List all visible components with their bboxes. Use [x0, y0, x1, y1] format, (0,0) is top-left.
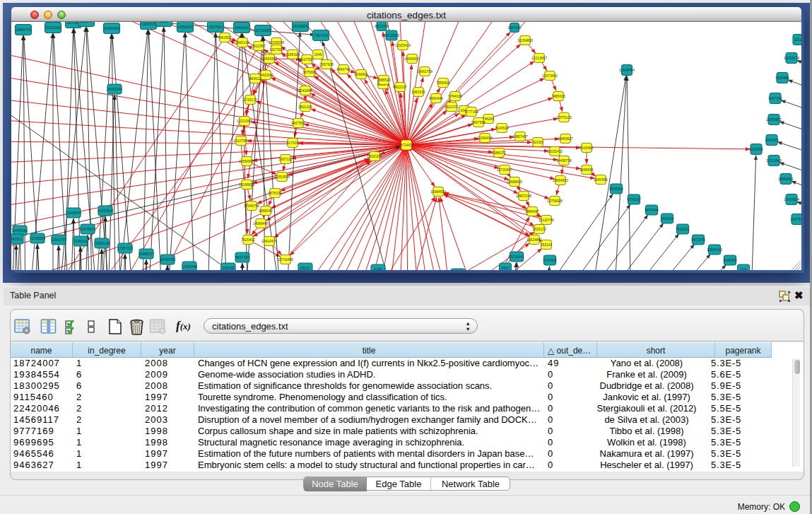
- svg-text:9777169: 9777169: [464, 110, 478, 114]
- svg-text:62160: 62160: [533, 140, 543, 144]
- svg-text:16648784: 16648784: [619, 68, 635, 72]
- svg-text:1588520: 1588520: [377, 78, 391, 82]
- svg-text:18724007: 18724007: [399, 143, 414, 147]
- svg-text:16961758: 16961758: [417, 69, 433, 74]
- svg-text:7625402: 7625402: [241, 238, 255, 242]
- svg-text:19654923: 19654923: [553, 178, 568, 182]
- svg-text:12325419: 12325419: [395, 43, 411, 47]
- svg-text:2718170: 2718170: [243, 98, 257, 102]
- svg-text:109238: 109238: [223, 266, 235, 270]
- svg-text:391521: 391521: [11, 237, 23, 241]
- svg-text:8242848: 8242848: [298, 88, 312, 93]
- svg-text:14495758: 14495758: [556, 158, 572, 163]
- svg-text:6497568: 6497568: [471, 120, 486, 124]
- svg-text:16154808: 16154808: [517, 38, 533, 42]
- svg-text:817006: 817006: [287, 141, 299, 145]
- svg-text:1244415: 1244415: [765, 138, 779, 142]
- svg-text:17016504: 17016504: [784, 197, 799, 201]
- svg-text:9474444: 9474444: [645, 208, 659, 212]
- svg-text:9127505: 9127505: [300, 57, 314, 62]
- svg-text:1903513: 1903513: [141, 22, 155, 26]
- svg-text:21364436: 21364436: [477, 136, 493, 140]
- svg-text:10653267: 10653267: [177, 25, 193, 29]
- svg-text:8938914: 8938914: [609, 187, 623, 191]
- svg-text:13524851: 13524851: [526, 238, 542, 242]
- svg-text:7485003: 7485003: [551, 94, 565, 98]
- svg-text:14435061: 14435061: [12, 228, 28, 233]
- svg-text:7986372: 7986372: [492, 151, 506, 155]
- svg-text:1362615: 1362615: [411, 90, 425, 94]
- svg-text:1527602: 1527602: [208, 25, 223, 29]
- svg-text:15751074: 15751074: [784, 56, 799, 60]
- svg-text:10025433: 10025433: [547, 149, 563, 153]
- svg-text:252214: 252214: [541, 243, 553, 247]
- svg-text:9660128: 9660128: [235, 40, 249, 45]
- svg-text:9227342: 9227342: [768, 96, 782, 100]
- svg-text:20691406: 20691406: [104, 26, 119, 30]
- svg-text:1621072: 1621072: [445, 105, 459, 109]
- svg-text:16914479: 16914479: [261, 239, 277, 243]
- svg-text:14055721: 14055721: [16, 28, 31, 32]
- svg-text:983612: 983612: [249, 76, 261, 81]
- svg-text:15716485: 15716485: [278, 257, 293, 262]
- svg-text:1207534: 1207534: [790, 217, 801, 221]
- svg-text:3186328: 3186328: [286, 52, 300, 57]
- svg-text:9245052: 9245052: [723, 258, 737, 262]
- svg-text:8454749: 8454749: [336, 67, 351, 71]
- svg-text:16640910: 16640910: [404, 57, 420, 61]
- svg-text:2367608: 2367608: [319, 62, 334, 66]
- svg-text:19166825: 19166825: [239, 182, 254, 187]
- svg-text:12156829: 12156829: [30, 236, 45, 240]
- svg-text:10807487: 10807487: [512, 134, 528, 139]
- svg-text:6466160: 6466160: [235, 25, 249, 30]
- svg-text:16231416: 16231416: [45, 25, 61, 30]
- svg-text:10654122: 10654122: [707, 247, 722, 252]
- svg-text:12975125: 12975125: [556, 115, 572, 119]
- svg-text:18807249: 18807249: [516, 194, 531, 198]
- svg-text:8990448: 8990448: [429, 96, 443, 100]
- svg-text:14099489: 14099489: [253, 221, 269, 226]
- svg-text:6794028: 6794028: [448, 94, 462, 98]
- svg-text:201846: 201846: [81, 22, 93, 23]
- svg-text:10210643: 10210643: [766, 158, 782, 163]
- svg-text:1145191: 1145191: [73, 239, 87, 243]
- svg-text:12213363: 12213363: [237, 119, 252, 123]
- svg-text:12093872: 12093872: [766, 117, 782, 122]
- svg-text:2933114: 2933114: [660, 216, 673, 221]
- svg-text:10958157: 10958157: [139, 252, 154, 256]
- svg-text:7357224: 7357224: [314, 33, 328, 37]
- svg-text:13226058: 13226058: [269, 40, 284, 45]
- svg-text:65021: 65021: [300, 266, 310, 270]
- svg-text:8822037: 8822037: [393, 85, 407, 89]
- svg-text:9884067: 9884067: [525, 209, 539, 214]
- svg-text:15136141: 15136141: [509, 255, 524, 259]
- svg-text:10654985: 10654985: [239, 159, 254, 163]
- svg-text:12213967: 12213967: [531, 56, 547, 60]
- svg-text:9699695: 9699695: [579, 168, 594, 172]
- svg-text:7463822: 7463822: [218, 35, 232, 40]
- svg-text:8296: 8296: [374, 267, 382, 270]
- svg-text:1327509: 1327509: [269, 47, 283, 52]
- svg-text:12359918: 12359918: [98, 209, 113, 213]
- svg-text:10688609: 10688609: [507, 180, 522, 184]
- svg-text:6503: 6503: [501, 266, 509, 270]
- svg-text:9657791: 9657791: [235, 255, 249, 259]
- svg-text:15720407: 15720407: [497, 168, 512, 172]
- svg-text:17046788: 17046788: [244, 204, 259, 208]
- svg-text:1529: 1529: [160, 22, 167, 23]
- svg-text:18300295: 18300295: [367, 154, 382, 158]
- svg-text:19218506: 19218506: [384, 33, 399, 37]
- svg-text:16120746: 16120746: [539, 218, 554, 222]
- svg-text:12923448: 12923448: [182, 264, 197, 269]
- svg-text:8813054: 8813054: [375, 24, 389, 28]
- svg-text:3912957: 3912957: [252, 44, 266, 48]
- svg-text:1733426: 1733426: [543, 258, 557, 262]
- svg-text:32975817: 32975817: [80, 227, 95, 231]
- svg-text:17957223: 17957223: [117, 246, 133, 250]
- svg-text:9146821: 9146821: [354, 72, 368, 76]
- svg-text:9827552: 9827552: [291, 121, 305, 125]
- svg-text:12505135: 12505135: [94, 241, 110, 245]
- svg-text:19463627: 19463627: [558, 136, 573, 141]
- svg-text:3878334: 3878334: [268, 191, 282, 195]
- svg-text:1815172: 1815172: [532, 227, 546, 231]
